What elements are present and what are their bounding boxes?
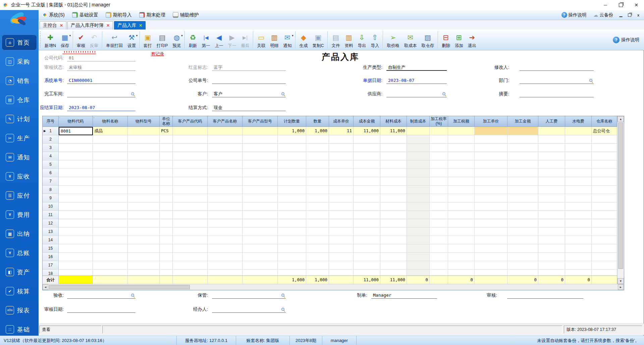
grid-column-header[interactable]: 仓库名称 bbox=[592, 116, 617, 127]
grid-cell[interactable] bbox=[592, 261, 617, 269]
toolbar-button-refresh[interactable]: ♻刷新 bbox=[186, 30, 199, 50]
grid-cell[interactable] bbox=[538, 194, 565, 202]
grid-cell[interactable] bbox=[592, 269, 617, 276]
grid-cell[interactable] bbox=[243, 144, 278, 152]
grid-cell[interactable] bbox=[475, 261, 507, 269]
grid-cell[interactable] bbox=[93, 160, 128, 169]
grid-cell[interactable] bbox=[430, 186, 448, 194]
grid-cell[interactable] bbox=[59, 211, 93, 219]
grid-cell[interactable] bbox=[329, 160, 354, 169]
grid-cell[interactable] bbox=[128, 144, 160, 152]
grid-cell[interactable] bbox=[173, 194, 208, 202]
row-selector-cell[interactable]: 7 bbox=[43, 177, 59, 186]
grid-cell[interactable] bbox=[243, 186, 278, 194]
grid-cell[interactable] bbox=[430, 228, 448, 236]
grid-column-header[interactable]: ▪物料代码 bbox=[59, 116, 93, 127]
grid-cell[interactable] bbox=[380, 160, 407, 169]
grid-cell[interactable] bbox=[160, 219, 173, 228]
toolbar-help-button[interactable]: ? 操作说明 bbox=[613, 30, 644, 50]
tab-2[interactable]: 产品入库序时簿✕ bbox=[67, 21, 113, 30]
grid-cell[interactable] bbox=[59, 202, 93, 211]
grid-cell[interactable] bbox=[507, 127, 538, 135]
grid-cell[interactable] bbox=[407, 144, 430, 152]
grid-cell[interactable] bbox=[306, 194, 329, 202]
grid-cell[interactable] bbox=[160, 169, 173, 177]
grid-cell[interactable] bbox=[93, 152, 128, 160]
grid-cell[interactable] bbox=[173, 228, 208, 236]
grid-cell[interactable] bbox=[173, 269, 208, 276]
row-selector-cell[interactable]: ▶1 bbox=[43, 127, 59, 135]
tab-3[interactable]: 产品入库✕ bbox=[114, 21, 146, 30]
grid-cell[interactable] bbox=[507, 244, 538, 253]
grid-cell[interactable]: PCS bbox=[160, 127, 173, 135]
grid-cell[interactable] bbox=[329, 244, 354, 253]
sidebar-item-production[interactable]: ✂生产 bbox=[0, 129, 39, 148]
scroll-down-icon[interactable]: ▼ bbox=[618, 278, 624, 284]
lookup-icon[interactable] bbox=[281, 92, 285, 96]
toolbar-button-first[interactable]: |◀第一 bbox=[199, 30, 212, 50]
grid-cell[interactable] bbox=[278, 160, 306, 169]
grid-column-header[interactable]: 加工单价 bbox=[475, 116, 507, 127]
grid-cell[interactable] bbox=[278, 135, 306, 144]
header-field-单据日期[interactable]: 2023-08-07 bbox=[386, 77, 447, 84]
grid-cell[interactable] bbox=[354, 169, 380, 177]
grid-cell[interactable] bbox=[538, 228, 565, 236]
grid-cell[interactable] bbox=[475, 228, 507, 236]
grid-cell[interactable] bbox=[407, 269, 430, 276]
row-selector-cell[interactable]: 8 bbox=[43, 186, 59, 194]
grid-cell[interactable] bbox=[380, 228, 407, 236]
grid-cell[interactable] bbox=[354, 228, 380, 236]
toolbar-button-settings[interactable]: ⚒▼设置 bbox=[125, 30, 138, 50]
grid-cell[interactable] bbox=[380, 211, 407, 219]
grid-cell[interactable] bbox=[306, 211, 329, 219]
grid-cell[interactable] bbox=[380, 194, 407, 202]
toolbar-button-notify[interactable]: ✉▼通知 bbox=[281, 30, 294, 50]
grid-cell[interactable] bbox=[380, 144, 407, 152]
toolbar-button-exit[interactable]: ➔退出 bbox=[466, 30, 479, 50]
grid-cell[interactable] bbox=[128, 211, 160, 219]
header-field-客户[interactable]: 客户 bbox=[212, 91, 286, 97]
grid-cell[interactable] bbox=[475, 186, 507, 194]
grid-cell[interactable] bbox=[448, 186, 475, 194]
grid-cell[interactable] bbox=[243, 160, 278, 169]
grid-cell[interactable] bbox=[93, 211, 128, 219]
grid-cell[interactable] bbox=[507, 228, 538, 236]
dropdown-arrow-icon[interactable]: ▼ bbox=[180, 34, 183, 37]
grid-cell[interactable] bbox=[407, 228, 430, 236]
grid-cell[interactable] bbox=[128, 152, 160, 160]
grid-cell[interactable] bbox=[448, 177, 475, 186]
grid-cell[interactable] bbox=[430, 219, 448, 228]
grid-cell[interactable] bbox=[93, 261, 128, 269]
grid-cell[interactable] bbox=[407, 127, 430, 135]
grid-cell[interactable]: 1,000 bbox=[306, 127, 329, 135]
grid-cell[interactable] bbox=[306, 228, 329, 236]
grid-cell[interactable] bbox=[354, 177, 380, 186]
grid-cell[interactable] bbox=[93, 169, 128, 177]
dropdown-arrow-icon[interactable]: ▼ bbox=[291, 34, 294, 37]
grid-cell[interactable] bbox=[173, 144, 208, 152]
grid-cell[interactable] bbox=[173, 253, 208, 261]
grid-cell[interactable] bbox=[538, 186, 565, 194]
sidebar-item-base[interactable]: ∷基础 bbox=[0, 320, 39, 336]
grid-cell[interactable] bbox=[59, 228, 93, 236]
grid-cell[interactable] bbox=[448, 211, 475, 219]
header-field-系统单号[interactable]: CIN000001 bbox=[67, 77, 136, 84]
grid-cell[interactable] bbox=[354, 261, 380, 269]
footer-field-审核[interactable] bbox=[507, 292, 583, 299]
grid-cell[interactable] bbox=[430, 169, 448, 177]
grid-cell[interactable] bbox=[407, 244, 430, 253]
scroll-left-icon[interactable]: ◀ bbox=[43, 284, 48, 290]
grid-cell[interactable] bbox=[565, 194, 592, 202]
grid-cell[interactable] bbox=[173, 177, 208, 186]
grid-cell[interactable] bbox=[448, 194, 475, 202]
grid-cell[interactable] bbox=[173, 244, 208, 253]
grid-cell[interactable] bbox=[160, 202, 173, 211]
toolbar-button-return-doc[interactable]: ↩单据打回 bbox=[104, 30, 125, 50]
grid-cell[interactable] bbox=[475, 236, 507, 244]
grid-cell[interactable] bbox=[59, 169, 93, 177]
grid-cell[interactable] bbox=[354, 160, 380, 169]
header-field-供应商[interactable] bbox=[386, 91, 447, 97]
grid-cell[interactable] bbox=[538, 135, 565, 144]
grid-cell[interactable] bbox=[448, 253, 475, 261]
grid-cell[interactable] bbox=[306, 219, 329, 228]
